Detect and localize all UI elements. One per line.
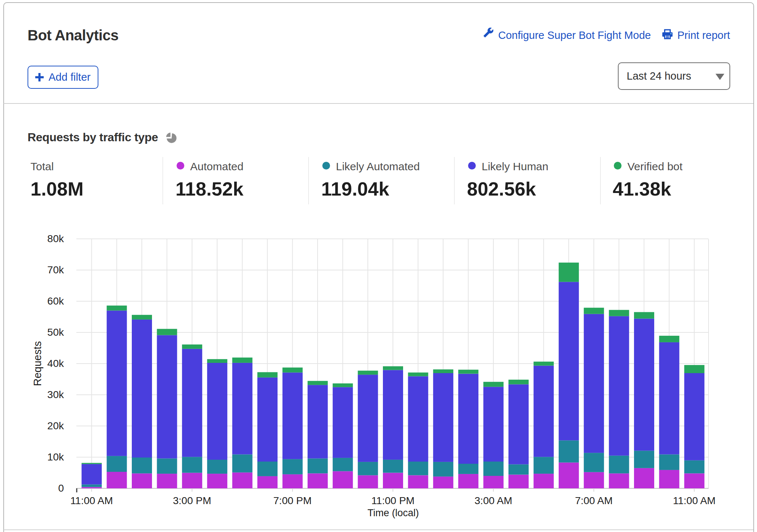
svg-text:10k: 10k [47,451,64,463]
svg-text:30k: 30k [47,389,64,400]
svg-text:70k: 70k [47,264,64,276]
svg-text:60k: 60k [47,295,64,307]
svg-text:11:00 AM: 11:00 AM [673,495,716,506]
svg-text:40k: 40k [47,358,64,369]
svg-text:Requests: Requests [32,341,43,386]
svg-text:11:00 PM: 11:00 PM [371,495,414,506]
svg-text:3:00 PM: 3:00 PM [173,495,211,506]
svg-text:Time (local): Time (local) [367,507,419,518]
svg-text:0: 0 [58,482,64,494]
svg-text:3:00 AM: 3:00 AM [475,495,512,506]
svg-text:7:00 AM: 7:00 AM [575,495,613,506]
svg-text:20k: 20k [47,420,64,431]
svg-text:80k: 80k [47,233,64,244]
svg-text:50k: 50k [47,327,64,338]
svg-text:7:00 PM: 7:00 PM [274,495,312,506]
svg-text:11:00 AM: 11:00 AM [70,495,113,506]
